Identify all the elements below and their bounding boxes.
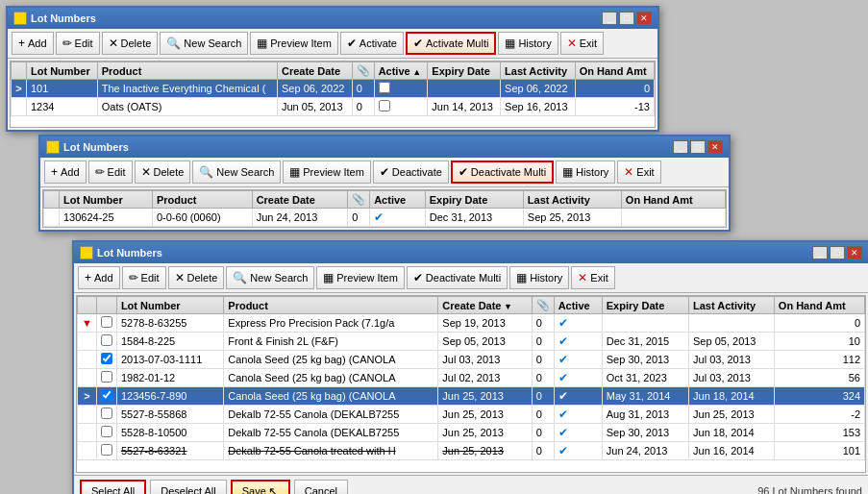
delete-btn-2[interactable]: ✕Delete	[135, 161, 191, 184]
exit-btn-2[interactable]: ✕Exit	[617, 161, 660, 184]
col-product-3[interactable]: Product	[224, 297, 438, 314]
history-btn-3[interactable]: ▦History	[509, 266, 569, 289]
col-expiry-3[interactable]: Expiry Date	[602, 297, 688, 314]
deactivate-btn-3[interactable]: ✔Deactivate Multi	[407, 266, 508, 289]
row-select-checkbox[interactable]	[101, 371, 112, 383]
edit-btn-3[interactable]: ✏Edit	[122, 266, 166, 289]
attach-cell: 0	[532, 442, 554, 460]
cancel-button[interactable]: Cancel	[294, 480, 348, 494]
preview-btn-1[interactable]: ▦Preview Item	[250, 32, 338, 55]
window-controls-1: _ □ ✕	[602, 12, 652, 25]
newsearch-btn-3[interactable]: 🔍New Search	[226, 266, 314, 289]
close-btn-3[interactable]: ✕	[847, 246, 862, 259]
add-btn-2[interactable]: +Add	[44, 161, 87, 184]
deselect-all-button[interactable]: Deselect All	[150, 480, 226, 494]
col-onhand-2[interactable]: On Hand Amt	[621, 191, 725, 209]
active-checkbox[interactable]	[379, 82, 390, 93]
newsearch-btn-2[interactable]: 🔍New Search	[192, 161, 281, 184]
table-row[interactable]: 1982-01-12 Canola Seed (25 kg bag) (CANO…	[78, 369, 865, 387]
row-select-checkbox[interactable]	[101, 353, 112, 364]
minimize-btn-3[interactable]: _	[812, 246, 828, 259]
createdate-cell: Jul 02, 2013	[438, 369, 532, 387]
table-row[interactable]: 5528-8-10500 Dekalb 72-55 Canola (DEKALB…	[78, 424, 865, 442]
table-row[interactable]: > 123456-7-890 Canola Seed (25 kg bag) (…	[78, 387, 865, 406]
col-lastactivity-1[interactable]: Last Activity	[501, 62, 576, 80]
table-row[interactable]: 5527-8-63321 Dekalb 72-55 Canola treated…	[78, 442, 865, 460]
table-row[interactable]: 2013-07-03-1111 Canola Seed (25 kg bag) …	[78, 351, 865, 369]
table-row[interactable]: > 101 The Inactive Everything Chemical (…	[12, 80, 655, 98]
edit-btn-1[interactable]: ✏Edit	[56, 32, 100, 55]
row-select-checkbox[interactable]	[101, 408, 112, 419]
row-checkbox-cell[interactable]	[96, 424, 116, 442]
row-checkbox-cell[interactable]	[96, 442, 116, 460]
deactivate-btn-2[interactable]: ✔Deactivate	[373, 161, 449, 184]
col-expiry-2[interactable]: Expiry Date	[425, 191, 523, 209]
history-btn-1[interactable]: ▦History	[498, 32, 558, 55]
col-product-1[interactable]: Product	[97, 62, 277, 80]
createdate-cell: Jun 24, 2013	[252, 209, 348, 227]
close-btn-1[interactable]: ✕	[636, 12, 652, 25]
save-button[interactable]: Save ↖	[231, 480, 290, 494]
edit-btn-2[interactable]: ✏Edit	[88, 161, 133, 184]
table-row[interactable]: 1234 Oats (OATS) Jun 05, 2013 0 Jun 14, …	[12, 98, 655, 116]
col-onhand-3[interactable]: On Hand Amt	[774, 297, 864, 314]
row-select-checkbox[interactable]	[101, 316, 112, 328]
exit-btn-3[interactable]: ✕Exit	[571, 266, 614, 289]
title-text-2: Lot Numbers	[63, 141, 129, 153]
exit-btn-1[interactable]: ✕Exit	[560, 32, 604, 55]
col-product-2[interactable]: Product	[152, 191, 252, 209]
newsearch-btn-1[interactable]: 🔍New Search	[160, 32, 248, 55]
row-select-checkbox[interactable]	[101, 389, 112, 401]
preview-btn-2[interactable]: ▦Preview Item	[283, 161, 371, 184]
row-select-checkbox[interactable]	[101, 444, 112, 456]
row-select-checkbox[interactable]	[101, 426, 112, 437]
col-lastactivity-3[interactable]: Last Activity	[689, 297, 775, 314]
row-checkbox-cell[interactable]	[96, 351, 116, 369]
col-lotnumber-2[interactable]: Lot Number	[60, 191, 153, 209]
col-expiry-1[interactable]: Expiry Date	[428, 62, 501, 80]
minimize-btn-2[interactable]: _	[673, 140, 688, 154]
select-all-button[interactable]: Select All	[80, 480, 146, 494]
close-btn-2[interactable]: ✕	[707, 140, 723, 154]
add-btn-3[interactable]: +Add	[78, 266, 120, 289]
attach-cell: 0	[352, 98, 374, 116]
col-createdate-2[interactable]: Create Date	[252, 191, 348, 209]
col-createdate-1[interactable]: Create Date	[278, 62, 353, 80]
active-checkbox[interactable]	[379, 100, 390, 111]
expiry-cell: Aug 31, 2013	[602, 406, 688, 424]
row-checkbox-cell[interactable]	[96, 314, 116, 333]
col-lotnumber-3[interactable]: Lot Number	[116, 297, 223, 314]
minimize-btn-1[interactable]: _	[602, 12, 617, 25]
activate-icon-1: ✔	[347, 37, 357, 50]
row-checkbox-cell[interactable]	[96, 369, 116, 387]
maximize-btn-1[interactable]: □	[619, 12, 634, 25]
row-select-checkbox[interactable]	[101, 334, 112, 346]
activatemulti-btn-1[interactable]: ✔Activate Multi	[406, 32, 496, 55]
maximize-btn-2[interactable]: □	[690, 140, 706, 154]
add-btn-1[interactable]: +Add	[12, 32, 54, 55]
preview-btn-3[interactable]: ▦Preview Item	[316, 266, 405, 289]
table-row[interactable]: 130624-25 0-0-60 (0060) Jun 24, 2013 0 ✔…	[44, 209, 726, 227]
activate-btn-1[interactable]: ✔Activate	[340, 32, 404, 55]
exit-icon-1: ✕	[567, 37, 577, 50]
col-createdate-3[interactable]: Create Date	[438, 297, 532, 314]
history-btn-2[interactable]: ▦History	[556, 161, 615, 184]
row-checkbox-cell[interactable]	[96, 406, 116, 424]
col-lotnumber-1[interactable]: Lot Number	[27, 62, 98, 80]
col-onhand-1[interactable]: On Hand Amt	[575, 62, 654, 80]
col-active-3[interactable]: Active	[554, 297, 602, 314]
row-checkbox-cell[interactable]	[96, 387, 116, 406]
col-lastactivity-2[interactable]: Last Activity	[523, 191, 621, 209]
col-active-2[interactable]: Active	[370, 191, 426, 209]
table-row[interactable]: 1584-8-225 Front & Finish 2L (F&F) Sep 0…	[78, 333, 865, 351]
delete-btn-1[interactable]: ✕Delete	[102, 32, 159, 55]
row-checkbox-cell[interactable]	[96, 333, 116, 351]
table-row[interactable]: 5527-8-55868 Dekalb 72-55 Canola (DEKALB…	[78, 406, 865, 424]
table-row[interactable]: ▼ 5278-8-63255 Express Pro Precision Pac…	[78, 314, 865, 333]
maximize-btn-3[interactable]: □	[830, 246, 845, 259]
col-attach-3: 📎	[532, 297, 554, 314]
delete-btn-3[interactable]: ✕Delete	[168, 266, 225, 289]
row-indicator	[78, 369, 97, 387]
deactivatemulti-btn-2[interactable]: ✔Deactivate Multi	[451, 161, 554, 184]
col-active-1[interactable]: Active	[374, 62, 428, 80]
